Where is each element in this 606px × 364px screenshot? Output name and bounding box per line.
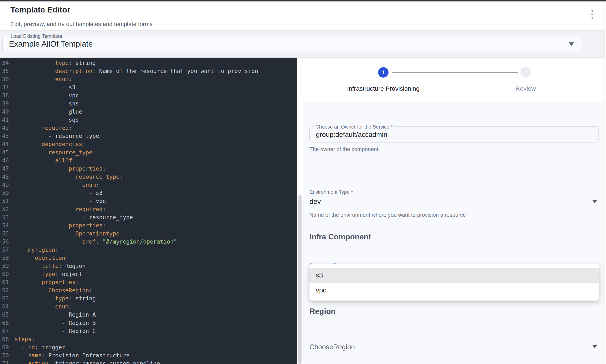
line-number: 48 — [0, 173, 14, 180]
stepper: 1Infrastructure Provisioning2Review — [303, 58, 605, 102]
line-number: 57 — [0, 247, 14, 253]
load-template-select[interactable]: Load Existing Template Example AllOf Tem… — [2, 36, 582, 52]
line-number: 39 — [0, 100, 14, 107]
line-number: 36 — [0, 76, 14, 82]
code-line: 55 Operationtype: — [0, 229, 297, 237]
owner-field-value: group:default/accadmin — [316, 127, 387, 142]
code-line: 70 name: Provision Infrastructure — [0, 351, 297, 359]
page-title: Template Editor — [10, 5, 70, 14]
owner-helper-text: The owner of the component — [309, 146, 378, 153]
line-number: 63 — [0, 295, 14, 302]
code-line: 57 myregion: — [0, 246, 297, 254]
line-number: 50 — [0, 190, 14, 196]
line-number: 62 — [0, 287, 14, 294]
line-number: 44 — [0, 141, 14, 147]
code-line: 59 title: Region — [0, 262, 297, 270]
load-template-bar: Load Existing Template Example AllOf Tem… — [0, 30, 605, 58]
line-number: 55 — [0, 230, 14, 237]
page-header: Template Editor Edit, preview, and try o… — [0, 1, 605, 30]
step-1-indicator[interactable]: 1 — [378, 67, 389, 78]
code-line: 61 properties: — [0, 278, 297, 286]
caret-down-icon[interactable] — [593, 200, 597, 203]
code-line: 66 - Region B — [0, 319, 297, 327]
line-number: 51 — [0, 198, 14, 204]
code-line: 53 - resource_type — [0, 213, 297, 221]
owner-field[interactable]: Choose an Owner for the Service * group:… — [309, 127, 599, 143]
line-number: 65 — [0, 311, 14, 318]
code-line: 45 resource_type: — [0, 148, 297, 156]
code-line: 47 - properties: — [0, 165, 297, 173]
line-number: 70 — [0, 352, 14, 359]
code-line: 36 enum: — [0, 75, 297, 83]
line-number: 49 — [0, 182, 14, 188]
code-line: 38 - vpc — [0, 91, 297, 99]
code-line: 56 $ref: "#/myregion/operation" — [0, 237, 297, 246]
code-line: 50 - s3 — [0, 189, 297, 197]
line-number: 69 — [0, 344, 14, 351]
code-line: 44 dependencies: — [0, 140, 297, 148]
line-number: 40 — [0, 108, 14, 115]
window-scrollbar-track[interactable] — [605, 1, 606, 364]
code-line: 37 - s3 — [0, 83, 297, 91]
yaml-code-editor[interactable]: 34 type: string35 description: Name of t… — [0, 58, 297, 364]
template-preview-panel: 1Infrastructure Provisioning2Review Choo… — [303, 58, 605, 364]
step-1-label[interactable]: Infrastructure Provisioning — [321, 85, 446, 92]
step-2-indicator[interactable]: 2 — [520, 67, 531, 78]
code-line: 52 required: — [0, 205, 297, 213]
code-line: 65 - Region A — [0, 311, 297, 319]
code-line: 54 - properties: — [0, 221, 297, 229]
line-number: 53 — [0, 214, 14, 221]
resource-type-menu: s3vpc — [309, 264, 599, 300]
caret-down-icon[interactable] — [569, 42, 574, 46]
code-line: 51 - vpc — [0, 197, 297, 205]
code-line: 34 type: string — [0, 59, 297, 67]
line-number: 67 — [0, 328, 14, 334]
line-number: 54 — [0, 222, 14, 229]
scrollbar-thumb[interactable] — [298, 195, 302, 364]
code-line: 35 description: Name of the resource tha… — [0, 67, 297, 75]
template-editor-screen: Template Editor Edit, preview, and try o… — [0, 0, 606, 364]
code-line: 49 enum: — [0, 181, 297, 189]
line-number: 38 — [0, 92, 14, 99]
menu-option-vpc[interactable]: vpc — [309, 283, 599, 298]
load-template-value: Example AllOf Template — [9, 36, 93, 52]
code-line: 60 type: object — [0, 270, 297, 278]
line-number: 71 — [0, 360, 14, 364]
line-number: 66 — [0, 320, 14, 326]
line-number: 56 — [0, 238, 14, 245]
choose-region-select[interactable]: ChooseRegion — [309, 343, 599, 351]
line-number: 43 — [0, 133, 14, 139]
editor-scrollbar[interactable] — [297, 58, 303, 364]
page-subtitle: Edit, preview, and try out templates and… — [10, 21, 153, 27]
code-line: 43 - resource_type — [0, 132, 297, 140]
stepper-connector-line — [392, 72, 518, 73]
code-line: 41 - sqs — [0, 116, 297, 124]
environment-field-label: Environment Type * — [309, 189, 353, 195]
line-number: 46 — [0, 157, 14, 164]
top-accent-bar — [0, 0, 606, 1]
menu-option-s3[interactable]: s3 — [309, 268, 599, 283]
code-line: 39 - sns — [0, 99, 297, 107]
code-line: 64 enum: — [0, 302, 297, 311]
more-options-button[interactable] — [584, 6, 601, 23]
kebab-vertical-icon — [592, 10, 593, 19]
choose-region-underline — [309, 355, 599, 355]
caret-down-icon[interactable] — [593, 345, 597, 348]
code-line: 67 - Region C — [0, 327, 297, 335]
code-line: 42 required: — [0, 124, 297, 132]
environment-select[interactable]: dev — [309, 197, 599, 206]
code-line: 62 ChooseRegion: — [0, 286, 297, 294]
line-number: 35 — [0, 68, 14, 74]
line-number: 60 — [0, 271, 14, 277]
line-number: 42 — [0, 125, 14, 131]
line-number: 68 — [0, 336, 14, 342]
environment-helper-text: Name of the environment where you want t… — [309, 212, 466, 218]
code-line: 68steps: — [0, 335, 297, 343]
infra-component-heading: Infra Component — [309, 233, 371, 241]
line-number: 34 — [0, 60, 14, 66]
step-2-label[interactable]: Review — [494, 85, 557, 92]
environment-select-underline — [309, 209, 599, 209]
main-split-view: 34 type: string35 description: Name of t… — [0, 58, 605, 364]
line-number: 47 — [0, 165, 14, 172]
code-line: 40 - glue — [0, 107, 297, 116]
